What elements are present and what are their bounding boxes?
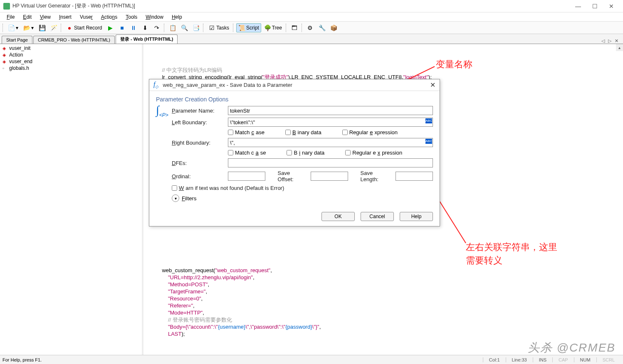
- warn-checkbox[interactable]: Warn if text was not found (Default is E…: [172, 185, 284, 191]
- status-num: NUM: [574, 357, 596, 362]
- window-title: HP Virtual User Generator - [登录 - Web (H…: [12, 2, 570, 10]
- watermark: 头杀 @CRMEB: [528, 340, 616, 356]
- status-ins: INS: [533, 357, 552, 362]
- new-button[interactable]: 📄▾: [6, 23, 20, 32]
- save-param-dialog: f◇ web_reg_save_param_ex - Save Data to …: [149, 79, 440, 226]
- ordinal-label: Ordinal:: [172, 173, 228, 180]
- tool-g[interactable]: 📦: [328, 23, 339, 32]
- param-name-label: Parameter Name:: [172, 108, 228, 114]
- cancel-button[interactable]: Cancel: [361, 212, 394, 221]
- status-help: For Help, press F1.: [2, 357, 483, 362]
- dfes-input[interactable]: [228, 158, 433, 167]
- menu-edit[interactable]: Edit: [19, 13, 36, 21]
- dialog-title: web_reg_save_param_ex - Save Data to a P…: [163, 82, 430, 88]
- help-button[interactable]: Help: [400, 212, 433, 221]
- dialog-titlebar: f◇ web_reg_save_param_ex - Save Data to …: [149, 79, 440, 91]
- dfes-label: DFEs:: [172, 160, 228, 166]
- tabnav-close[interactable]: ✕: [613, 38, 620, 44]
- dialog-close-button[interactable]: ✕: [430, 81, 435, 89]
- save-length-label: Save Length:: [361, 170, 392, 182]
- tool-a[interactable]: 📋: [167, 23, 178, 32]
- section-header: Parameter Creation Options: [156, 96, 433, 103]
- ok-button[interactable]: OK: [321, 212, 355, 221]
- menu-view[interactable]: View: [36, 13, 55, 21]
- menu-file[interactable]: File: [2, 13, 19, 21]
- abc-icon[interactable]: ABC: [425, 139, 432, 144]
- stop-button[interactable]: ■: [116, 23, 127, 32]
- tree-view-button[interactable]: 🌳Tree: [262, 23, 284, 32]
- ordinal-input[interactable]: [228, 172, 265, 181]
- lb-binary[interactable]: Binary data: [285, 129, 321, 135]
- status-col: Col:1: [483, 357, 506, 362]
- wand-button[interactable]: 🪄: [48, 23, 59, 32]
- code-comment: // 中文字段转码为LR编码: [156, 66, 623, 74]
- pause-button[interactable]: ⏸: [128, 23, 139, 32]
- rb-match-case[interactable]: Match case: [228, 150, 266, 156]
- filters-label: Filters: [182, 195, 196, 202]
- script-view-button[interactable]: 📜Script: [236, 23, 261, 32]
- param-icon: ∫<P>: [156, 103, 168, 118]
- step-button[interactable]: ↷: [151, 23, 162, 32]
- tool-b[interactable]: 🔍: [179, 23, 190, 32]
- right-boundary-input[interactable]: [228, 138, 433, 147]
- toolbar: 📄▾ 📂▾ 💾 🪄 ●Start Record ▶ ■ ⏸ ⬇ ↷ 📋 🔍 📑 …: [0, 22, 623, 34]
- tabnav-right[interactable]: ▷: [607, 38, 613, 44]
- param-name-input[interactable]: [228, 106, 433, 115]
- close-button[interactable]: ✕: [603, 3, 620, 10]
- left-boundary-label: Left Boundary:: [172, 119, 228, 125]
- status-cap: CAP: [552, 357, 574, 362]
- open-button[interactable]: 📂▾: [21, 23, 36, 32]
- tree-vuser-end[interactable]: ◈vuser_end: [1, 58, 141, 65]
- status-bar: For Help, press F1. Col:1 Line:33 INS CA…: [0, 355, 623, 364]
- play-button[interactable]: ▶: [105, 23, 116, 32]
- tab-login[interactable]: 登录 - Web (HTTP/HTML): [116, 34, 178, 44]
- start-record-button[interactable]: ●Start Record: [64, 23, 104, 32]
- menu-vuser[interactable]: Vuser: [76, 13, 97, 21]
- document-tabs: Start Page CRMEB_PRO - Web (HTTP/HTML) 登…: [0, 34, 623, 44]
- tool-d[interactable]: 🗔: [289, 23, 300, 32]
- status-scrl: SCRL: [596, 357, 621, 362]
- maximize-button[interactable]: ☐: [586, 3, 603, 10]
- minimize-button[interactable]: —: [570, 3, 586, 10]
- tab-crmeb[interactable]: CRMEB_PRO - Web (HTTP/HTML): [33, 36, 115, 44]
- tasks-button[interactable]: ☑Tasks: [206, 23, 231, 32]
- save-offset-label: Save Offset:: [278, 170, 307, 182]
- tool-f[interactable]: 🔧: [316, 23, 327, 32]
- save-length-input[interactable]: [396, 172, 433, 181]
- action-tree: ◈vuser_init ◈Action ◈vuser_end ▫globals.…: [0, 44, 143, 355]
- tool-e[interactable]: ⚙: [305, 23, 316, 32]
- scroll-up-icon[interactable]: ▴: [616, 44, 623, 51]
- compile-button[interactable]: ⬇: [140, 23, 151, 32]
- dialog-body: Parameter Creation Options ∫<P> Paramete…: [149, 91, 440, 207]
- tree-vuser-init[interactable]: ◈vuser_init: [1, 45, 141, 52]
- save-offset-input[interactable]: [311, 172, 348, 181]
- rb-regex[interactable]: Regular expression: [345, 150, 402, 156]
- filters-expand-button[interactable]: ▾: [172, 194, 179, 202]
- menu-window[interactable]: Window: [141, 13, 168, 21]
- code-line: web_custom_request("web_custom_request",: [156, 267, 623, 274]
- menu-actions[interactable]: Actions: [97, 13, 121, 21]
- tree-globals[interactable]: ▫globals.h: [1, 65, 141, 71]
- grip-icon: [2, 24, 4, 32]
- menu-insert[interactable]: Insert: [55, 13, 76, 21]
- status-line: Line:33: [506, 357, 533, 362]
- tab-start-page[interactable]: Start Page: [2, 36, 32, 44]
- lb-regex[interactable]: Regular expression: [342, 129, 398, 135]
- app-icon: [3, 3, 10, 10]
- save-button[interactable]: 💾: [37, 23, 47, 32]
- menu-tools[interactable]: Tools: [121, 13, 141, 21]
- tabnav-left[interactable]: ◁: [600, 38, 606, 44]
- rb-binary[interactable]: Binary data: [287, 150, 324, 156]
- right-boundary-label: Right Boundary:: [172, 140, 228, 146]
- lb-match-case[interactable]: Match case: [228, 129, 265, 135]
- abc-icon[interactable]: ABC: [425, 118, 432, 123]
- tool-c[interactable]: 📑: [190, 23, 201, 32]
- tree-action[interactable]: ◈Action: [1, 52, 141, 58]
- function-icon: f◇: [153, 81, 158, 89]
- left-boundary-input[interactable]: [228, 118, 433, 127]
- menu-bar: File Edit View Insert Vuser Actions Tool…: [0, 12, 623, 22]
- title-bar: HP Virtual User Generator - [登录 - Web (H…: [0, 0, 623, 12]
- menu-help[interactable]: Help: [168, 13, 186, 21]
